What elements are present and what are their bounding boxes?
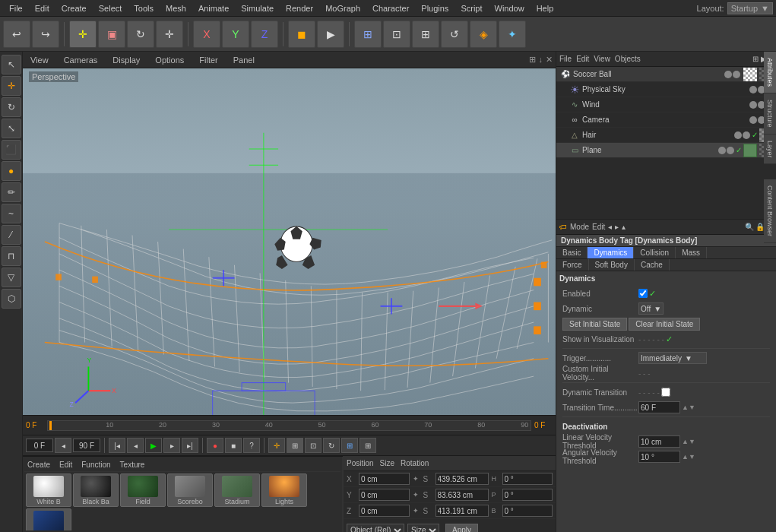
tool-spline[interactable]: ~	[2, 204, 21, 223]
material-lights[interactable]: Lights	[261, 473, 307, 507]
attr-nav-left[interactable]: ◂	[608, 223, 612, 231]
3d-viewport[interactable]: Perspective	[23, 68, 556, 415]
object-mode-button[interactable]: ◼	[288, 21, 315, 48]
texture-button[interactable]: ✦	[499, 21, 526, 48]
side-tab-structure[interactable]: Structure	[764, 93, 776, 135]
tool-pen[interactable]: ✏	[2, 182, 21, 202]
menu-animate[interactable]: Animate	[192, 2, 235, 14]
obj-row-camera[interactable]: ∞ Camera ✓	[556, 112, 776, 128]
attr-tab-basic[interactable]: Basic	[556, 247, 588, 258]
attr-nav-up[interactable]: ▴	[622, 223, 626, 231]
frame-end-input[interactable]	[73, 439, 100, 452]
record-button[interactable]: ●	[207, 438, 223, 453]
attr-edit-label[interactable]: Edit	[592, 223, 605, 231]
side-tab-content-browser[interactable]: Content Browser	[764, 179, 776, 243]
timeline-playhead[interactable]	[49, 421, 52, 430]
tab-view[interactable]: View	[26, 54, 53, 66]
menu-render[interactable]: Render	[280, 2, 319, 14]
loop-button[interactable]: ↺	[441, 21, 468, 48]
viewport-icon-3[interactable]: ✕	[546, 55, 553, 65]
tool-cube[interactable]: ⬛	[2, 140, 21, 160]
move-button[interactable]: ✛	[69, 21, 97, 48]
auto-key-button[interactable]: ⊡	[305, 438, 321, 453]
pos-x-input[interactable]	[359, 473, 410, 485]
prev-frame-button[interactable]: ◂	[127, 438, 144, 453]
tool-move[interactable]: ✛	[2, 76, 21, 96]
attr-tab-softbody[interactable]: Soft Body	[589, 259, 635, 271]
attr-tab-force[interactable]: Force	[556, 259, 589, 271]
attr-tab-dynamics[interactable]: Dynamics	[588, 247, 634, 258]
tab-options[interactable]: Options	[150, 54, 188, 66]
size-y-input[interactable]	[436, 489, 489, 501]
undo-button[interactable]: ↩	[3, 21, 30, 48]
obj-row-soccerball[interactable]: ⚽ Soccer Ball	[556, 67, 776, 82]
pos-y-input[interactable]	[359, 489, 410, 501]
attr-mode-label[interactable]: Mode	[570, 223, 589, 231]
model-button[interactable]: ◈	[470, 21, 497, 48]
material-black[interactable]: Black Ba	[73, 473, 119, 507]
menu-mograph[interactable]: MoGraph	[319, 2, 366, 14]
size-type-select[interactable]: Size	[407, 524, 439, 533]
tab-panel[interactable]: Panel	[229, 54, 259, 66]
cube-button[interactable]: ▣	[98, 21, 125, 48]
tab-display[interactable]: Display	[108, 54, 144, 66]
side-tab-layer[interactable]: Layer	[764, 135, 776, 165]
attr-enabled-checkbox[interactable]	[638, 289, 648, 298]
axis-x-button[interactable]: X	[193, 21, 220, 48]
jump-start-button[interactable]: |◂	[109, 438, 125, 453]
extra-button[interactable]: ⊞	[359, 438, 376, 453]
coord-type-select[interactable]: Object (Rel)	[347, 524, 404, 533]
viewport-icon-1[interactable]: ⊞	[529, 55, 536, 65]
size-z-input[interactable]	[436, 505, 489, 517]
jump-end-button[interactable]: ▸|	[182, 438, 198, 453]
obj-menu-edit[interactable]: Edit	[576, 55, 589, 63]
layout-dropdown[interactable]: Startup ▼	[727, 2, 773, 14]
menu-file[interactable]: File	[3, 2, 29, 14]
obj-menu-objects[interactable]: Objects	[615, 55, 641, 63]
attr-trigger-dropdown[interactable]: Immediately ▼	[638, 352, 707, 364]
material-white[interactable]: White B	[26, 473, 71, 507]
tab-filter[interactable]: Filter	[195, 54, 222, 66]
obj-row-sky[interactable]: ☀ Physical Sky ✓	[556, 82, 776, 97]
menu-window[interactable]: Window	[489, 2, 531, 14]
obj-row-hair[interactable]: △ Hair ✓	[556, 128, 776, 143]
material-scoreboard[interactable]: Scorebo	[167, 473, 213, 507]
menu-character[interactable]: Character	[366, 2, 415, 14]
tool-rotate[interactable]: ↻	[2, 97, 21, 117]
frame-current-input[interactable]	[26, 439, 53, 452]
attr-tab-collision[interactable]: Collision	[634, 247, 676, 258]
scale-button[interactable]: ✛	[156, 21, 183, 48]
tool-magnet[interactable]: ⊓	[2, 246, 21, 266]
select-button[interactable]: ⊡	[383, 21, 410, 48]
rot-h-input[interactable]	[502, 473, 553, 485]
attr-dyn-trans-checkbox[interactable]	[661, 388, 670, 397]
motion-button[interactable]: ↻	[323, 438, 340, 453]
viewport-icon-2[interactable]: ↓	[539, 55, 543, 65]
size-x-input[interactable]	[436, 473, 489, 485]
stop-button[interactable]: ■	[225, 438, 242, 453]
tool-camera[interactable]: ⬡	[2, 289, 21, 309]
material-screen[interactable]: Screen	[26, 508, 71, 530]
material-field[interactable]: Field	[120, 473, 166, 507]
attr-dynamic-dropdown[interactable]: Off ▼	[638, 302, 664, 315]
menu-plugins[interactable]: Plugins	[415, 2, 455, 14]
menu-edit[interactable]: Edit	[29, 2, 55, 14]
snap-button[interactable]: ⊞	[354, 21, 382, 48]
rotate-button[interactable]: ↻	[127, 21, 154, 48]
apply-button[interactable]: Apply	[445, 524, 478, 532]
next-frame-button[interactable]: ▸	[163, 438, 180, 453]
tool-scale[interactable]: ⤡	[2, 119, 21, 138]
attr-ang-vel-input[interactable]	[638, 451, 680, 463]
menu-script[interactable]: Script	[455, 2, 488, 14]
axis-z-button[interactable]: Z	[251, 21, 278, 48]
anim-button[interactable]: ▶	[317, 21, 344, 48]
tool-sphere[interactable]: ●	[2, 161, 21, 181]
obj-row-wind[interactable]: ∿ Wind ✓	[556, 97, 776, 112]
obj-icon-1[interactable]: ⊞	[752, 55, 759, 63]
timeline-bar[interactable]: 10 20 30 40 50 60 70 80 90	[47, 420, 531, 431]
tab-cameras[interactable]: Cameras	[59, 54, 103, 66]
play-button[interactable]: ▶	[145, 438, 162, 453]
set-initial-state-button[interactable]: Set Initial State	[562, 318, 627, 331]
side-tab-attributes[interactable]: Attributes	[764, 52, 776, 93]
material-stadium[interactable]: Stadium	[214, 473, 260, 507]
